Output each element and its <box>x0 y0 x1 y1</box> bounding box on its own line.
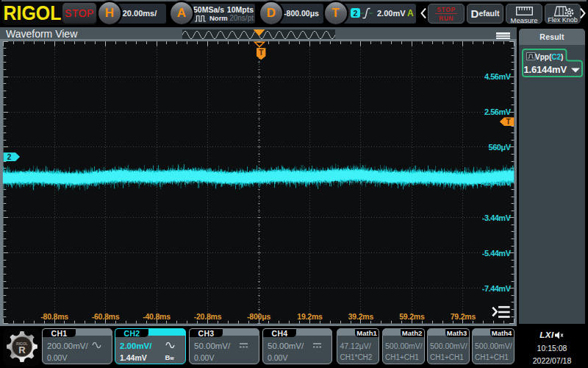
svg-text:T: T <box>259 49 263 57</box>
svg-text:-3.44mV: -3.44mV <box>482 213 512 222</box>
svg-text:2.56mV: 2.56mV <box>484 107 512 116</box>
svg-text:-5.44mV: -5.44mV <box>482 249 512 258</box>
svg-text:59.2ms: 59.2ms <box>399 312 425 321</box>
svg-text:R: R <box>18 344 26 355</box>
svg-text:-800μs: -800μs <box>247 312 270 321</box>
svg-text:-80.8ms: -80.8ms <box>40 312 68 321</box>
svg-text:-20.8ms: -20.8ms <box>194 312 222 321</box>
svg-text:T: T <box>506 118 510 126</box>
svg-text:4.56mV: 4.56mV <box>484 72 512 81</box>
svg-text:RIGOL: RIGOL <box>4 3 62 24</box>
svg-text:19.2ms: 19.2ms <box>297 312 323 321</box>
svg-text:-40.8ms: -40.8ms <box>143 312 171 321</box>
svg-text:-7.44mV: -7.44mV <box>482 284 512 293</box>
svg-text:-60.8ms: -60.8ms <box>92 312 120 321</box>
svg-text:560μV: 560μV <box>489 143 512 152</box>
svg-text:2: 2 <box>7 153 12 161</box>
svg-text:79.2ms: 79.2ms <box>451 312 476 321</box>
svg-text:39.2ms: 39.2ms <box>348 312 374 321</box>
